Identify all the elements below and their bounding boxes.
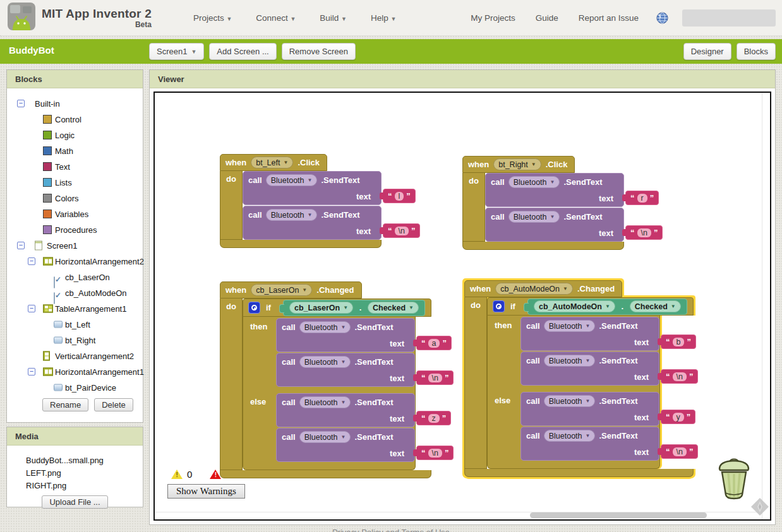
tree-item-bt-right[interactable]: bt_Right [7, 332, 143, 348]
call-block[interactable]: callBluetooth ▼.SendTexttext“y” [520, 392, 659, 426]
string-value[interactable]: \n [428, 374, 442, 382]
text-string-block[interactable]: “z” [416, 411, 451, 425]
collapse-toggle-icon[interactable]: − [17, 242, 25, 249]
tree-item-math[interactable]: Math [7, 143, 143, 158]
collapse-toggle-icon[interactable]: − [28, 257, 35, 265]
designer-view-button[interactable]: Designer [683, 43, 731, 60]
component-dropdown[interactable]: Bluetooth ▼ [508, 211, 560, 223]
text-string-block[interactable]: “\n” [383, 223, 420, 238]
delete-button[interactable]: Delete [94, 398, 133, 411]
string-value[interactable]: \n [637, 228, 651, 237]
component-dropdown[interactable]: Bluetooth ▼ [266, 209, 318, 221]
blocks-view-button[interactable]: Blocks [737, 43, 776, 60]
rename-button[interactable]: Rename [42, 398, 88, 411]
collapse-toggle-icon[interactable]: − [28, 368, 35, 375]
text-string-block[interactable]: “r” [625, 191, 659, 205]
tree-item-screen1[interactable]: −Screen1 [7, 237, 143, 253]
call-block[interactable]: callBluetooth ▼.SendTexttext“\n” [485, 208, 624, 242]
blockly-logo[interactable] [750, 497, 769, 519]
tree-item-variables[interactable]: Variables [7, 206, 143, 222]
tree-item-horizontalarrangement1[interactable]: −HorizontalArrangement1 [7, 364, 143, 379]
mutator-gear-icon[interactable] [493, 300, 505, 312]
link-guide[interactable]: Guide [536, 13, 558, 23]
component-dropdown[interactable]: bt_Left ▼ [251, 157, 293, 168]
text-string-block[interactable]: “a” [416, 336, 452, 350]
menu-help[interactable]: Help ▼ [371, 13, 396, 23]
string-value[interactable]: z [428, 414, 440, 423]
string-value[interactable]: b [673, 338, 685, 346]
when-cb-laseron-stack[interactable]: whencb_LaserOn ▼.Changeddoifcb_LaserOn ▼… [220, 281, 431, 478]
show-warnings-button[interactable]: Show Warnings [167, 484, 245, 499]
component-dropdown[interactable]: cb_LaserOn ▼ [289, 302, 353, 314]
tree-item-procedures[interactable]: Procedures [7, 222, 143, 237]
collapse-toggle-icon[interactable]: − [28, 305, 35, 312]
tree-item-verticalarrangement2[interactable]: VerticalArrangement2 [7, 348, 143, 364]
call-block[interactable]: callBluetooth ▼.SendTexttext“a” [276, 318, 415, 352]
screen-selector-button[interactable]: Screen1▼ [149, 43, 204, 60]
string-value[interactable]: \n [673, 372, 687, 381]
call-block[interactable]: callBluetooth ▼.SendTexttext“z” [276, 393, 415, 427]
if-block[interactable]: ifcb_LaserOn ▼ . Checked ▼thencallBlueto… [243, 299, 431, 470]
property-dropdown[interactable]: Checked ▼ [368, 302, 419, 314]
component-dropdown[interactable]: Bluetooth ▼ [544, 320, 596, 332]
tree-item-logic[interactable]: Logic [7, 127, 143, 143]
component-dropdown[interactable]: Bluetooth ▼ [544, 430, 596, 442]
string-value[interactable]: y [673, 413, 684, 422]
tree-item-cb-laseron[interactable]: ✓cb_LaserOn [7, 269, 143, 285]
user-account-redacted[interactable] [682, 9, 776, 27]
blocks-workspace-canvas[interactable]: ! 0 ! 0 Show Warnings [153, 92, 771, 521]
call-block[interactable]: callBluetooth ▼.SendTexttext“\n” [276, 428, 415, 462]
tree-item-tablearrangement1[interactable]: −TableArrangement1 [7, 300, 143, 316]
call-block[interactable]: callBluetooth ▼.SendTexttext“r” [485, 173, 624, 207]
tree-item-bt-pairdevice[interactable]: bt_PairDevice [7, 379, 143, 395]
if-block[interactable]: ifcb_AutoModeOn ▼ . Checked ▼thencallBlu… [487, 297, 694, 469]
text-string-block[interactable]: “b” [661, 334, 696, 349]
mutator-gear-icon[interactable] [248, 302, 260, 314]
tree-item-lists[interactable]: Lists [7, 174, 143, 190]
when-bt-left-stack[interactable]: whenbt_Left ▼.ClickdocallBluetooth ▼.Sen… [220, 154, 382, 248]
string-value[interactable]: a [428, 339, 440, 348]
add-screen-button[interactable]: Add Screen ... [209, 43, 276, 60]
component-dropdown[interactable]: Bluetooth ▼ [508, 176, 560, 188]
component-dropdown[interactable]: Bluetooth ▼ [299, 431, 351, 443]
when-cb-automodeon-stack[interactable]: whencb_AutoModeOn ▼.Changeddoifcb_AutoMo… [464, 280, 694, 477]
media-file-left-png[interactable]: LEFT.png [26, 467, 143, 480]
component-dropdown[interactable]: Bluetooth ▼ [544, 355, 596, 367]
call-block[interactable]: callBluetooth ▼.SendTexttext“\n” [520, 427, 659, 461]
call-block[interactable]: callBluetooth ▼.SendTexttext“\n” [520, 352, 659, 386]
tree-item-bt-left[interactable]: bt_Left [7, 316, 143, 332]
string-value[interactable]: l [395, 192, 404, 201]
text-string-block[interactable]: “\n” [416, 370, 454, 385]
string-value[interactable]: \n [395, 227, 409, 235]
call-block[interactable]: callBluetooth ▼.SendTexttext“\n” [276, 353, 415, 387]
text-string-block[interactable]: “y” [661, 410, 695, 424]
menu-build[interactable]: Build ▼ [320, 13, 347, 23]
component-dropdown[interactable]: Bluetooth ▼ [299, 356, 351, 368]
condition-block[interactable]: cb_LaserOn ▼ . Checked ▼ [283, 300, 425, 316]
menu-connect[interactable]: Connect ▼ [256, 13, 296, 23]
component-dropdown[interactable]: Bluetooth ▼ [299, 396, 351, 408]
call-block[interactable]: callBluetooth ▼.SendTexttext“l” [243, 171, 382, 205]
link-my-projects[interactable]: My Projects [471, 13, 515, 23]
text-string-block[interactable]: “l” [383, 189, 416, 203]
when-bt-right-stack[interactable]: whenbt_Right ▼.ClickdocallBluetooth ▼.Se… [462, 156, 624, 250]
upload-file-button[interactable]: Upload File ... [42, 495, 107, 509]
language-globe-icon[interactable] [656, 12, 668, 24]
tree-item-text[interactable]: Text [7, 158, 143, 174]
string-value[interactable]: \n [428, 449, 442, 458]
string-value[interactable]: \n [673, 447, 687, 456]
property-dropdown[interactable]: Checked ▼ [630, 300, 681, 312]
tree-item-horizontalarrangement2[interactable]: −HorizontalArrangement2 [7, 253, 143, 269]
call-block[interactable]: callBluetooth ▼.SendTexttext“b” [520, 317, 659, 351]
tree-item-built-in[interactable]: −Built-in [7, 95, 143, 111]
trash-icon[interactable] [716, 455, 752, 503]
component-dropdown[interactable]: bt_Right ▼ [493, 158, 541, 170]
component-dropdown[interactable]: Bluetooth ▼ [544, 395, 596, 407]
warning-counter[interactable]: ! 0 [171, 469, 192, 480]
component-dropdown[interactable]: Bluetooth ▼ [299, 321, 351, 333]
media-file-right-png[interactable]: RIGHT.png [26, 480, 143, 492]
condition-block[interactable]: cb_AutoModeOn ▼ . Checked ▼ [527, 299, 687, 315]
text-string-block[interactable]: “\n” [661, 444, 698, 459]
tree-item-cb-automodeon[interactable]: ✓cb_AutoModeOn [7, 285, 143, 300]
text-string-block[interactable]: “\n” [661, 369, 698, 384]
